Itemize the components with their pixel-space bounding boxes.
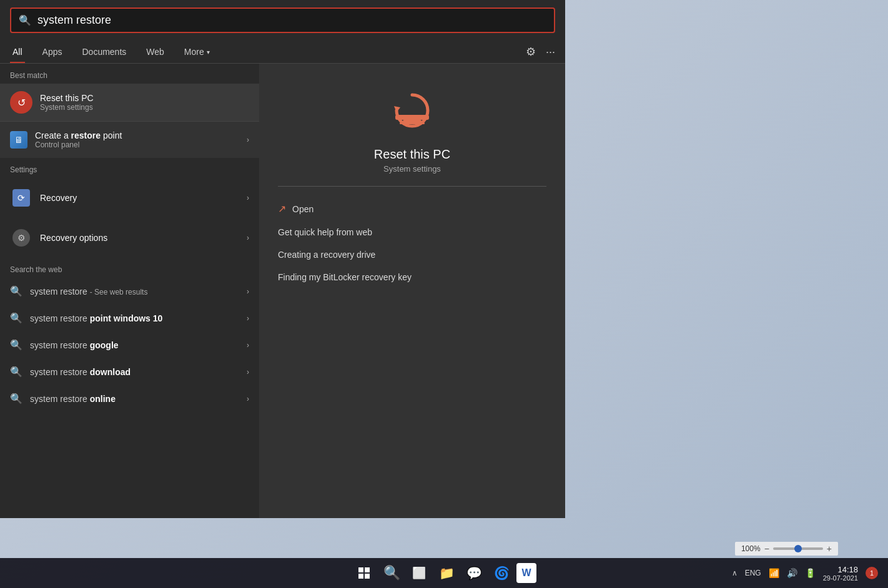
- web-item-point-windows10[interactable]: 🔍 system restore point windows 10 ›: [0, 305, 259, 331]
- chevron-right-icon-web2: ›: [247, 314, 249, 323]
- tab-more[interactable]: More ▾: [182, 41, 212, 63]
- chevron-right-icon-web1: ›: [247, 287, 249, 296]
- web-search-icon-2: 🔍: [10, 312, 22, 324]
- tabs-area: All Apps Documents Web More ▾ ⚙ ···: [0, 41, 565, 64]
- system-tray-expand-icon[interactable]: ∧: [732, 569, 738, 577]
- settings-label: Settings: [0, 158, 259, 178]
- windows-start-button[interactable]: [352, 561, 377, 586]
- web-search-icon-4: 🔍: [10, 366, 22, 378]
- chevron-right-icon-web3: ›: [247, 341, 249, 350]
- best-match-subtitle: System settings: [40, 103, 94, 112]
- tab-web[interactable]: Web: [144, 41, 167, 63]
- tab-documents[interactable]: Documents: [79, 41, 129, 63]
- taskbar-taskview-button[interactable]: ⬜: [407, 561, 432, 586]
- tab-apps[interactable]: Apps: [40, 41, 65, 63]
- search-box[interactable]: 🔍: [10, 7, 555, 33]
- volume-icon[interactable]: 🔊: [787, 568, 797, 578]
- wifi-icon[interactable]: 📶: [769, 568, 779, 578]
- get-help-label: Get quick help from web: [278, 227, 372, 237]
- reset-pc-svg: [384, 89, 440, 132]
- svg-rect-1: [395, 115, 429, 120]
- right-panel-title: Reset this PC: [374, 147, 450, 162]
- chevron-right-icon: ›: [247, 135, 249, 144]
- more-options-icon[interactable]: ···: [546, 46, 555, 59]
- recovery-options-icon: ⚙: [10, 227, 32, 249]
- best-match-info: Reset this PC System settings: [40, 93, 94, 112]
- web-item-2-text: system restore point windows 10: [30, 313, 162, 323]
- share-icon[interactable]: ⚙: [526, 45, 536, 59]
- create-restore-subtitle: Control panel: [35, 140, 122, 149]
- svg-marker-0: [394, 106, 400, 112]
- main-content: Best match ↺ Reset this PC System settin…: [0, 64, 565, 518]
- web-item-4-text: system restore download: [30, 367, 131, 377]
- recovery-label: Recovery: [40, 193, 77, 203]
- web-search-icon-3: 🔍: [10, 339, 22, 351]
- search-icon: 🔍: [19, 14, 31, 26]
- taskbar-search-button[interactable]: 🔍: [379, 561, 404, 586]
- web-item-1-text: system restore - See web results: [30, 287, 147, 296]
- taskbar-right: ∧ ENG 📶 🔊 🔋 14:18 29-07-2021 1: [732, 565, 878, 582]
- right-divider: [278, 186, 546, 187]
- web-item-3-text: system restore google: [30, 340, 119, 350]
- time-date-display[interactable]: 14:18 29-07-2021: [823, 565, 858, 582]
- notification-badge[interactable]: 1: [866, 567, 878, 579]
- web-search-icon-5: 🔍: [10, 393, 22, 404]
- right-panel-subtitle: System settings: [383, 164, 441, 174]
- date-display: 29-07-2021: [823, 574, 858, 582]
- restore-bold-text: restore: [71, 130, 101, 140]
- chevron-right-icon-web5: ›: [247, 394, 249, 403]
- zoom-label: 100%: [741, 544, 761, 553]
- taskbar-file-explorer-button[interactable]: 📁: [434, 561, 459, 586]
- svg-rect-2: [403, 120, 422, 122]
- get-help-button[interactable]: Get quick help from web: [278, 221, 546, 243]
- see-web-results-text: - See web results: [90, 288, 148, 296]
- zoom-increase-icon[interactable]: +: [827, 544, 832, 554]
- control-panel-icon: 🖥: [10, 131, 27, 149]
- zoom-decrease-icon[interactable]: −: [764, 544, 769, 554]
- battery-icon[interactable]: 🔋: [805, 568, 816, 578]
- creating-recovery-drive-button[interactable]: Creating a recovery drive: [278, 243, 546, 266]
- best-match-item[interactable]: ↺ Reset this PC System settings: [0, 84, 259, 121]
- reset-pc-icon-area: [384, 89, 440, 135]
- finding-bitlocker-button[interactable]: Finding my BitLocker recovery key: [278, 266, 546, 288]
- web-item-download[interactable]: 🔍 system restore download ›: [0, 358, 259, 385]
- taskbar: 🔍 ⬜ 📁 💬 🌀 W ∧ ENG 📶 🔊 🔋 14:18 29-07-2021…: [0, 558, 888, 588]
- time-display: 14:18: [837, 565, 858, 574]
- taskbar-browser-button[interactable]: 🌀: [489, 561, 514, 586]
- taskbar-center: 🔍 ⬜ 📁 💬 🌀 W: [352, 561, 536, 586]
- svg-rect-3: [400, 122, 425, 124]
- recovery-icon: ⟳: [10, 187, 32, 209]
- right-panel: Reset this PC System settings ↗ Open Get…: [259, 64, 565, 518]
- web-search-icon-1: 🔍: [10, 285, 22, 297]
- external-link-icon: ↗: [278, 203, 286, 215]
- finding-bitlocker-label: Finding my BitLocker recovery key: [278, 272, 412, 282]
- zoom-indicator: 100% − +: [735, 542, 838, 556]
- zoom-slider[interactable]: [773, 547, 823, 550]
- web-item-google[interactable]: 🔍 system restore google ›: [0, 331, 259, 358]
- left-panel: Best match ↺ Reset this PC System settin…: [0, 64, 259, 518]
- open-button[interactable]: ↗ Open: [278, 197, 546, 221]
- tabs-right-icons: ⚙ ···: [526, 45, 555, 59]
- taskbar-word-button[interactable]: W: [516, 563, 536, 583]
- web-item-online[interactable]: 🔍 system restore online ›: [0, 385, 259, 412]
- language-indicator[interactable]: ENG: [745, 569, 761, 577]
- settings-recovery-item[interactable]: ⟳ Recovery ›: [0, 178, 259, 218]
- create-restore-title: Create a restore point: [35, 130, 122, 140]
- create-restore-point-item[interactable]: 🖥 Create a restore point Control panel ›: [0, 121, 259, 158]
- web-item-see-results[interactable]: 🔍 system restore - See web results ›: [0, 278, 259, 305]
- chevron-right-icon-recovery-opts: ›: [247, 233, 249, 242]
- creating-recovery-label: Creating a recovery drive: [278, 250, 375, 260]
- reset-pc-icon: ↺: [10, 91, 32, 114]
- search-panel: 🔍 All Apps Documents Web More ▾ ⚙ ···: [0, 0, 565, 518]
- chevron-right-icon-recovery: ›: [247, 194, 249, 202]
- search-input[interactable]: [37, 14, 546, 27]
- taskbar-teams-button[interactable]: 💬: [461, 561, 486, 586]
- settings-recovery-options-item[interactable]: ⚙ Recovery options ›: [0, 218, 259, 258]
- create-restore-info: Create a restore point Control panel: [35, 130, 122, 149]
- web-item-5-text: system restore online: [30, 394, 116, 404]
- search-input-area: 🔍: [0, 0, 565, 41]
- tab-all[interactable]: All: [10, 41, 25, 63]
- best-match-title: Reset this PC: [40, 93, 94, 103]
- open-label: Open: [292, 204, 313, 214]
- recovery-options-label: Recovery options: [40, 233, 107, 243]
